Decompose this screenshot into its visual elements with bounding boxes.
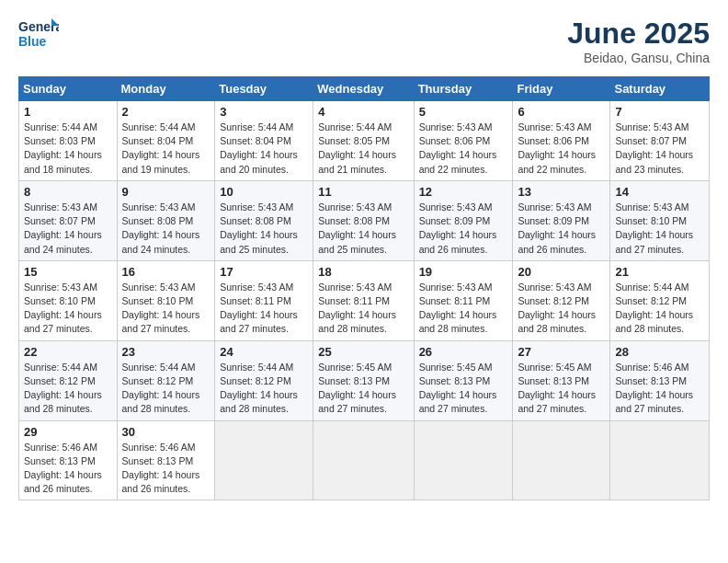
day-info: Sunrise: 5:44 AM Sunset: 8:05 PM Dayligh… <box>318 121 408 177</box>
day-number: 19 <box>419 265 508 279</box>
day-number: 22 <box>24 345 112 359</box>
calendar-week-row: 8Sunrise: 5:43 AM Sunset: 8:07 PM Daylig… <box>19 180 710 260</box>
title-block: June 2025 Beidao, Gansu, China <box>567 17 710 65</box>
table-row: 17Sunrise: 5:43 AM Sunset: 8:11 PM Dayli… <box>215 260 313 340</box>
day-info: Sunrise: 5:43 AM Sunset: 8:07 PM Dayligh… <box>24 201 112 257</box>
table-row: 21Sunrise: 5:44 AM Sunset: 8:12 PM Dayli… <box>610 260 710 340</box>
day-info: Sunrise: 5:45 AM Sunset: 8:13 PM Dayligh… <box>318 361 408 417</box>
col-wednesday: Wednesday <box>313 77 414 101</box>
day-info: Sunrise: 5:43 AM Sunset: 8:11 PM Dayligh… <box>318 281 408 337</box>
table-row: 19Sunrise: 5:43 AM Sunset: 8:11 PM Dayli… <box>414 260 513 340</box>
day-info: Sunrise: 5:43 AM Sunset: 8:07 PM Dayligh… <box>615 121 704 177</box>
day-info: Sunrise: 5:43 AM Sunset: 8:11 PM Dayligh… <box>419 281 508 337</box>
logo: General Blue <box>18 17 59 52</box>
col-thursday: Thursday <box>414 77 513 101</box>
day-info: Sunrise: 5:46 AM Sunset: 8:13 PM Dayligh… <box>122 441 210 497</box>
table-row: 3Sunrise: 5:44 AM Sunset: 8:04 PM Daylig… <box>215 101 313 181</box>
day-info: Sunrise: 5:43 AM Sunset: 8:11 PM Dayligh… <box>220 281 308 337</box>
table-row: 27Sunrise: 5:45 AM Sunset: 8:13 PM Dayli… <box>513 340 610 420</box>
table-row: 8Sunrise: 5:43 AM Sunset: 8:07 PM Daylig… <box>19 180 118 260</box>
day-number: 3 <box>220 105 308 119</box>
day-number: 17 <box>220 265 308 279</box>
header: General Blue June 2025 Beidao, Gansu, Ch… <box>18 17 710 65</box>
day-info: Sunrise: 5:44 AM Sunset: 8:04 PM Dayligh… <box>220 121 308 177</box>
table-row: 14Sunrise: 5:43 AM Sunset: 8:10 PM Dayli… <box>610 180 710 260</box>
table-row <box>313 420 414 500</box>
subtitle: Beidao, Gansu, China <box>567 51 710 65</box>
day-number: 5 <box>419 105 508 119</box>
day-number: 30 <box>122 425 210 439</box>
table-row: 25Sunrise: 5:45 AM Sunset: 8:13 PM Dayli… <box>313 340 414 420</box>
day-info: Sunrise: 5:43 AM Sunset: 8:10 PM Dayligh… <box>24 281 112 337</box>
day-info: Sunrise: 5:43 AM Sunset: 8:10 PM Dayligh… <box>122 281 210 337</box>
calendar-table: Sunday Monday Tuesday Wednesday Thursday… <box>18 76 710 500</box>
day-info: Sunrise: 5:44 AM Sunset: 8:12 PM Dayligh… <box>24 361 112 417</box>
table-row: 29Sunrise: 5:46 AM Sunset: 8:13 PM Dayli… <box>19 420 118 500</box>
day-info: Sunrise: 5:43 AM Sunset: 8:06 PM Dayligh… <box>518 121 605 177</box>
day-info: Sunrise: 5:44 AM Sunset: 8:12 PM Dayligh… <box>220 361 308 417</box>
day-info: Sunrise: 5:43 AM Sunset: 8:08 PM Dayligh… <box>122 201 210 257</box>
table-row: 6Sunrise: 5:43 AM Sunset: 8:06 PM Daylig… <box>513 101 610 181</box>
table-row: 13Sunrise: 5:43 AM Sunset: 8:09 PM Dayli… <box>513 180 610 260</box>
day-number: 13 <box>518 185 605 199</box>
day-number: 14 <box>615 185 704 199</box>
calendar-week-row: 22Sunrise: 5:44 AM Sunset: 8:12 PM Dayli… <box>19 340 710 420</box>
logo-svg: General Blue <box>18 17 59 52</box>
table-row: 15Sunrise: 5:43 AM Sunset: 8:10 PM Dayli… <box>19 260 118 340</box>
table-row <box>513 420 610 500</box>
table-row: 1Sunrise: 5:44 AM Sunset: 8:03 PM Daylig… <box>19 101 118 181</box>
day-info: Sunrise: 5:43 AM Sunset: 8:08 PM Dayligh… <box>220 201 308 257</box>
day-number: 1 <box>24 105 112 119</box>
table-row <box>414 420 513 500</box>
day-number: 26 <box>419 345 508 359</box>
day-info: Sunrise: 5:43 AM Sunset: 8:09 PM Dayligh… <box>518 201 605 257</box>
day-number: 27 <box>518 345 605 359</box>
day-info: Sunrise: 5:46 AM Sunset: 8:13 PM Dayligh… <box>615 361 704 417</box>
day-number: 10 <box>220 185 308 199</box>
day-number: 24 <box>220 345 308 359</box>
day-info: Sunrise: 5:44 AM Sunset: 8:04 PM Dayligh… <box>122 121 210 177</box>
table-row <box>610 420 710 500</box>
table-row: 11Sunrise: 5:43 AM Sunset: 8:08 PM Dayli… <box>313 180 414 260</box>
day-number: 21 <box>615 265 704 279</box>
calendar-week-row: 15Sunrise: 5:43 AM Sunset: 8:10 PM Dayli… <box>19 260 710 340</box>
day-number: 16 <box>122 265 210 279</box>
page: General Blue June 2025 Beidao, Gansu, Ch… <box>0 0 728 563</box>
day-number: 20 <box>518 265 605 279</box>
day-number: 15 <box>24 265 112 279</box>
day-number: 2 <box>122 105 210 119</box>
table-row: 2Sunrise: 5:44 AM Sunset: 8:04 PM Daylig… <box>117 101 215 181</box>
table-row: 24Sunrise: 5:44 AM Sunset: 8:12 PM Dayli… <box>215 340 313 420</box>
day-number: 18 <box>318 265 408 279</box>
day-info: Sunrise: 5:46 AM Sunset: 8:13 PM Dayligh… <box>24 441 112 497</box>
table-row: 23Sunrise: 5:44 AM Sunset: 8:12 PM Dayli… <box>117 340 215 420</box>
table-row: 16Sunrise: 5:43 AM Sunset: 8:10 PM Dayli… <box>117 260 215 340</box>
svg-text:Blue: Blue <box>18 34 47 49</box>
day-number: 4 <box>318 105 408 119</box>
col-monday: Monday <box>117 77 215 101</box>
day-info: Sunrise: 5:43 AM Sunset: 8:06 PM Dayligh… <box>419 121 508 177</box>
table-row: 5Sunrise: 5:43 AM Sunset: 8:06 PM Daylig… <box>414 101 513 181</box>
day-info: Sunrise: 5:43 AM Sunset: 8:09 PM Dayligh… <box>419 201 508 257</box>
table-row: 4Sunrise: 5:44 AM Sunset: 8:05 PM Daylig… <box>313 101 414 181</box>
day-number: 23 <box>122 345 210 359</box>
day-number: 12 <box>419 185 508 199</box>
day-number: 25 <box>318 345 408 359</box>
day-number: 9 <box>122 185 210 199</box>
day-info: Sunrise: 5:44 AM Sunset: 8:03 PM Dayligh… <box>24 121 112 177</box>
day-number: 6 <box>518 105 605 119</box>
col-friday: Friday <box>513 77 610 101</box>
table-row: 20Sunrise: 5:43 AM Sunset: 8:12 PM Dayli… <box>513 260 610 340</box>
table-row: 12Sunrise: 5:43 AM Sunset: 8:09 PM Dayli… <box>414 180 513 260</box>
day-number: 28 <box>615 345 704 359</box>
day-number: 8 <box>24 185 112 199</box>
table-row: 9Sunrise: 5:43 AM Sunset: 8:08 PM Daylig… <box>117 180 215 260</box>
table-row: 26Sunrise: 5:45 AM Sunset: 8:13 PM Dayli… <box>414 340 513 420</box>
day-info: Sunrise: 5:44 AM Sunset: 8:12 PM Dayligh… <box>122 361 210 417</box>
table-row <box>215 420 313 500</box>
day-number: 11 <box>318 185 408 199</box>
main-title: June 2025 <box>567 17 710 51</box>
table-row: 22Sunrise: 5:44 AM Sunset: 8:12 PM Dayli… <box>19 340 118 420</box>
calendar-week-row: 1Sunrise: 5:44 AM Sunset: 8:03 PM Daylig… <box>19 101 710 181</box>
table-row: 28Sunrise: 5:46 AM Sunset: 8:13 PM Dayli… <box>610 340 710 420</box>
